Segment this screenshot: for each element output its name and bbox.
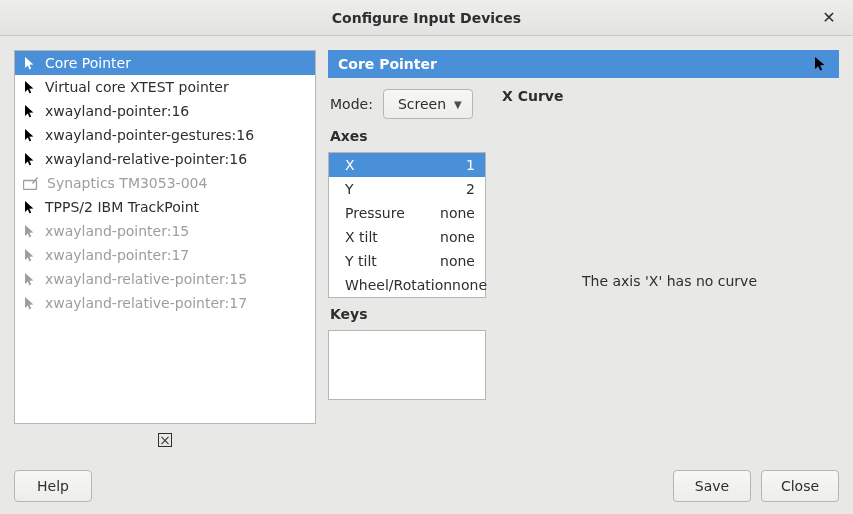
axis-row[interactable]: Wheel/Rotationnone: [329, 273, 485, 297]
curve-empty-message: The axis 'X' has no curve: [582, 273, 757, 289]
device-row[interactable]: xwayland-relative-pointer:15: [15, 267, 315, 291]
axis-name: Y: [345, 181, 354, 197]
keys-list[interactable]: [328, 330, 486, 400]
device-label: TPPS/2 IBM TrackPoint: [45, 199, 199, 215]
cursor-icon: [23, 104, 37, 118]
detail-header: Core Pointer: [328, 50, 839, 78]
axis-row[interactable]: X tiltnone: [329, 225, 485, 249]
cursor-icon: [23, 296, 37, 310]
device-label: Core Pointer: [45, 55, 131, 71]
dialog-body: Core PointerVirtual core XTEST pointerxw…: [0, 36, 853, 514]
axis-row[interactable]: Y2: [329, 177, 485, 201]
device-label: xwayland-relative-pointer:17: [45, 295, 247, 311]
axis-row[interactable]: Y tiltnone: [329, 249, 485, 273]
keys-section-label: Keys: [328, 304, 486, 324]
cursor-icon: [23, 56, 37, 70]
cursor-icon: [23, 224, 37, 238]
cursor-icon: [23, 80, 37, 94]
device-label: xwayland-pointer:15: [45, 223, 189, 239]
cursor-icon: [23, 200, 37, 214]
cursor-icon: [23, 272, 37, 286]
axis-row[interactable]: Pressurenone: [329, 201, 485, 225]
device-label: xwayland-pointer:16: [45, 103, 189, 119]
device-label: xwayland-pointer:17: [45, 247, 189, 263]
device-label: xwayland-relative-pointer:15: [45, 271, 247, 287]
device-label: xwayland-pointer-gestures:16: [45, 127, 254, 143]
help-button[interactable]: Help: [14, 470, 92, 502]
axis-name: X: [345, 157, 355, 173]
detail-title: Core Pointer: [338, 56, 437, 72]
cursor-icon: [23, 152, 37, 166]
cursor-icon: [23, 128, 37, 142]
device-row[interactable]: Virtual core XTEST pointer: [15, 75, 315, 99]
device-label: Virtual core XTEST pointer: [45, 79, 229, 95]
close-window-button[interactable]: ✕: [815, 0, 843, 35]
close-icon: ✕: [822, 8, 835, 27]
title-bar: Configure Input Devices ✕: [0, 0, 853, 36]
device-label: Synaptics TM3053-004: [47, 175, 207, 191]
device-row[interactable]: Synaptics TM3053-004: [15, 171, 315, 195]
device-row[interactable]: xwayland-pointer:16: [15, 99, 315, 123]
status-indicator-icon: [158, 433, 172, 447]
axis-row[interactable]: X1: [329, 153, 485, 177]
axis-name: Pressure: [345, 205, 405, 221]
device-row[interactable]: xwayland-relative-pointer:17: [15, 291, 315, 315]
device-row[interactable]: xwayland-relative-pointer:16: [15, 147, 315, 171]
device-list-footer: [14, 430, 316, 450]
axes-section-label: Axes: [328, 126, 486, 146]
save-button[interactable]: Save: [673, 470, 751, 502]
cursor-icon: [813, 56, 829, 72]
chevron-down-icon: ▼: [454, 99, 462, 110]
axis-value: none: [440, 229, 475, 245]
axis-value: none: [452, 277, 487, 293]
device-list[interactable]: Core PointerVirtual core XTEST pointerxw…: [14, 50, 316, 424]
mode-value: Screen: [398, 96, 446, 112]
axis-value: none: [440, 253, 475, 269]
axis-value: 1: [466, 157, 475, 173]
mode-label: Mode:: [330, 96, 373, 112]
axis-name: Wheel/Rotation: [345, 277, 452, 293]
device-row[interactable]: xwayland-pointer-gestures:16: [15, 123, 315, 147]
axis-name: X tilt: [345, 229, 378, 245]
cursor-icon: [23, 248, 37, 262]
axis-value: 2: [466, 181, 475, 197]
window-title: Configure Input Devices: [332, 10, 521, 26]
curve-area: The axis 'X' has no curve: [500, 112, 839, 450]
curve-title: X Curve: [500, 88, 839, 112]
mode-row: Mode: Screen ▼: [328, 88, 486, 120]
axes-list[interactable]: X1Y2PressurenoneX tiltnoneY tiltnoneWhee…: [328, 152, 486, 298]
close-button[interactable]: Close: [761, 470, 839, 502]
device-label: xwayland-relative-pointer:16: [45, 151, 247, 167]
device-row[interactable]: xwayland-pointer:17: [15, 243, 315, 267]
device-row[interactable]: Core Pointer: [15, 51, 315, 75]
tablet-icon: [23, 176, 39, 190]
axis-value: none: [440, 205, 475, 221]
device-row[interactable]: xwayland-pointer:15: [15, 219, 315, 243]
device-row[interactable]: TPPS/2 IBM TrackPoint: [15, 195, 315, 219]
mode-combobox[interactable]: Screen ▼: [383, 89, 473, 119]
axis-name: Y tilt: [345, 253, 377, 269]
